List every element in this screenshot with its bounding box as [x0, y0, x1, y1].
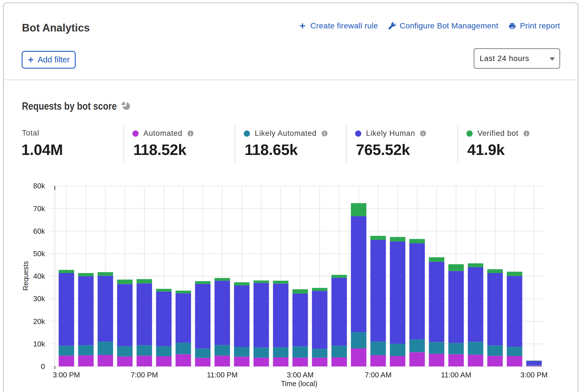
svg-text:80k: 80k — [33, 182, 45, 190]
svg-text:40k: 40k — [33, 272, 45, 280]
svg-text:7:00 AM: 7:00 AM — [365, 371, 391, 379]
svg-text:60k: 60k — [33, 227, 45, 235]
svg-text:11:00 AM: 11:00 AM — [441, 371, 471, 379]
svg-text:20k: 20k — [33, 317, 45, 326]
svg-text:3:00 PM: 3:00 PM — [520, 371, 548, 379]
svg-text:70k: 70k — [33, 204, 45, 213]
svg-text:50k: 50k — [33, 249, 45, 258]
svg-text:3:00 PM: 3:00 PM — [53, 371, 80, 379]
svg-text:10k: 10k — [33, 340, 45, 348]
svg-text:Time (local): Time (local) — [281, 380, 317, 388]
svg-text:3:00 AM: 3:00 AM — [287, 371, 313, 379]
svg-text:30k: 30k — [33, 294, 45, 303]
svg-text:Requests: Requests — [22, 261, 30, 291]
svg-text:7:00 PM: 7:00 PM — [131, 371, 158, 379]
svg-text:11:00 PM: 11:00 PM — [207, 371, 238, 379]
svg-text:0: 0 — [41, 362, 45, 371]
